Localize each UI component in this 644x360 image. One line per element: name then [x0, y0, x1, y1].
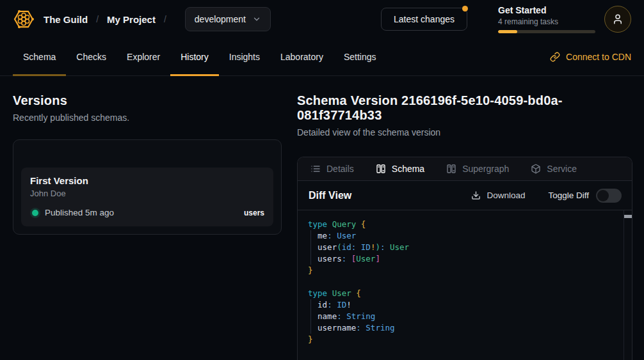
- target-selector-dropdown[interactable]: development: [185, 7, 271, 31]
- scrollbar-thumb[interactable]: [624, 215, 632, 218]
- tab-supergraph[interactable]: Supergraph: [446, 164, 509, 174]
- main-content: Versions Recently published schemas. Fir…: [0, 76, 644, 360]
- versions-card: First Version John Doe Published 5m ago …: [13, 139, 282, 235]
- tab-service[interactable]: Service: [531, 164, 577, 174]
- version-service-badge: users: [244, 208, 264, 217]
- code-line: }: [308, 334, 615, 345]
- target-selector-value: development: [195, 14, 246, 24]
- download-icon: [471, 191, 481, 200]
- toggle-diff-control: Toggle Diff: [548, 189, 622, 203]
- version-meta-row: Published 5m ago users: [30, 208, 264, 217]
- code-line: user(id: ID!): User: [308, 242, 615, 253]
- tab-checks[interactable]: Checks: [66, 38, 117, 75]
- diff-view-title: Diff View: [309, 190, 351, 201]
- code-line: username: String: [308, 322, 615, 334]
- code-line: type User {: [308, 288, 615, 299]
- code-line: name: String: [308, 311, 615, 322]
- code-line: me: User: [308, 230, 615, 242]
- code-line: users: [User]: [308, 253, 615, 265]
- tab-laboratory[interactable]: Laboratory: [270, 38, 334, 75]
- get-started-title: Get Started: [498, 5, 595, 16]
- breadcrumb-project[interactable]: My Project: [107, 14, 156, 25]
- progress-fill: [498, 30, 517, 33]
- diff-header-row: Diff View Download Toggle Diff: [298, 181, 632, 210]
- app-header: The Guild / My Project / development Lat…: [0, 0, 644, 38]
- nav-tabs: SchemaChecksExplorerHistoryInsightsLabor…: [13, 38, 387, 75]
- tab-insights[interactable]: Insights: [219, 38, 270, 75]
- columns-icon: [376, 164, 386, 174]
- download-label: Download: [487, 191, 525, 200]
- versions-subtitle: Recently published schemas.: [13, 113, 282, 123]
- columns-icon: [446, 164, 456, 174]
- download-button[interactable]: Download: [471, 191, 525, 200]
- user-avatar[interactable]: [604, 6, 631, 33]
- get-started-subtitle: 4 remaining tasks: [498, 17, 595, 27]
- get-started-progressbar: [498, 30, 595, 33]
- detail-tabs: DetailsSchemaSupergraphService: [298, 157, 632, 181]
- get-started-widget[interactable]: Get Started 4 remaining tasks: [498, 5, 595, 33]
- version-author: John Doe: [30, 189, 264, 198]
- versions-panel: Versions Recently published schemas. Fir…: [13, 93, 282, 360]
- tab-schema[interactable]: Schema: [13, 38, 66, 75]
- tab-explorer[interactable]: Explorer: [117, 38, 170, 75]
- breadcrumb-org[interactable]: The Guild: [44, 14, 88, 25]
- box-icon: [531, 164, 541, 174]
- schema-viewer-panel: DetailsSchemaSupergraphService Diff View…: [297, 157, 632, 360]
- schema-code-viewer[interactable]: type Query { me: User user(id: ID!): Use…: [298, 210, 632, 360]
- breadcrumb-separator: /: [96, 14, 99, 24]
- code-line: type Query {: [308, 219, 615, 230]
- main-nav: SchemaChecksExplorerHistoryInsightsLabor…: [0, 38, 644, 76]
- tab-label: Schema: [392, 164, 424, 174]
- tab-settings[interactable]: Settings: [334, 38, 387, 75]
- toggle-diff-switch[interactable]: [596, 189, 622, 203]
- code-line: [308, 276, 615, 288]
- code-line: }: [308, 265, 615, 276]
- version-detail-panel: Schema Version 2166196f-5e10-4059-bd0a-0…: [297, 93, 632, 360]
- chevron-down-icon: [252, 15, 261, 24]
- latest-changes-label: Latest changes: [394, 14, 455, 24]
- person-icon: [612, 13, 624, 25]
- toggle-diff-label: Toggle Diff: [548, 191, 589, 200]
- version-status: Published 5m ago: [45, 208, 114, 217]
- version-list-item[interactable]: First Version John Doe Published 5m ago …: [21, 168, 273, 226]
- latest-changes-button[interactable]: Latest changes: [381, 8, 467, 31]
- link-icon: [550, 52, 560, 62]
- published-status-dot: [32, 210, 38, 216]
- nav-right: Connect to CDN: [550, 38, 631, 75]
- versions-title: Versions: [13, 93, 282, 108]
- notification-dot: [462, 6, 468, 12]
- code-scrollbar[interactable]: [624, 210, 632, 360]
- version-detail-subtitle: Detailed view of the schema version: [297, 127, 632, 137]
- breadcrumb-separator: /: [164, 14, 166, 24]
- list-icon: [310, 164, 321, 174]
- tab-schema[interactable]: Schema: [376, 164, 424, 174]
- diff-actions: Download Toggle Diff: [471, 189, 622, 203]
- tab-history[interactable]: History: [170, 38, 219, 75]
- connect-to-cdn-button[interactable]: Connect to CDN: [550, 52, 631, 62]
- code-line: id: ID!: [308, 299, 615, 311]
- tab-label: Supergraph: [462, 164, 509, 174]
- code-block: type Query { me: User user(id: ID!): Use…: [308, 219, 615, 345]
- tab-details[interactable]: Details: [310, 164, 354, 174]
- tab-label: Service: [547, 164, 577, 174]
- tab-label: Details: [326, 164, 354, 174]
- version-name: First Version: [30, 175, 264, 186]
- switch-knob: [597, 190, 609, 201]
- connect-to-cdn-label: Connect to CDN: [566, 52, 631, 62]
- hive-logo-icon[interactable]: [13, 8, 35, 30]
- version-detail-title: Schema Version 2166196f-5e10-4059-bd0a-0…: [297, 93, 632, 123]
